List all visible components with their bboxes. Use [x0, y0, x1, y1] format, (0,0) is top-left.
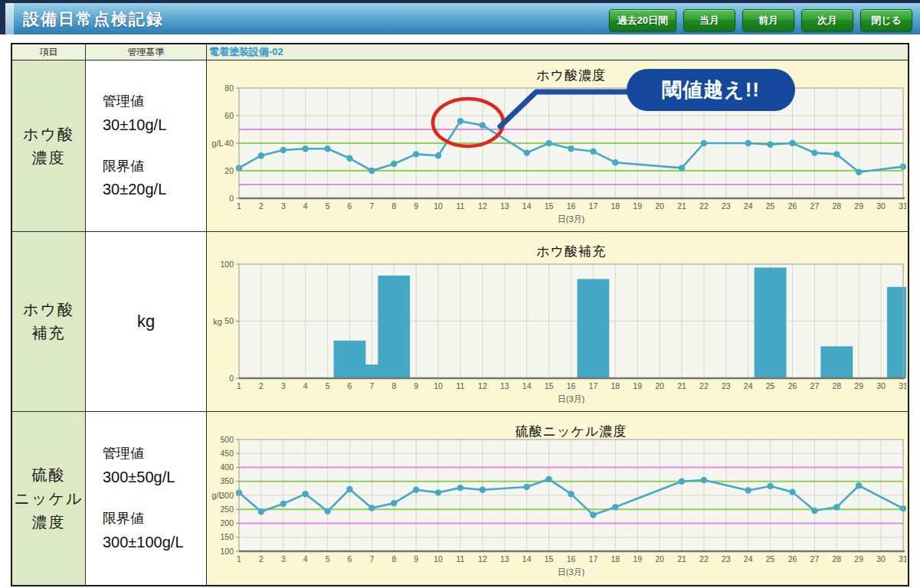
- svg-text:11: 11: [457, 554, 465, 564]
- header-button-group: 過去20日間 当月 前月 次月 閉じる: [609, 9, 912, 31]
- svg-text:1: 1: [237, 381, 241, 390]
- limit-value: 300±100g/L: [103, 530, 206, 554]
- svg-text:80: 80: [224, 83, 234, 93]
- svg-text:12: 12: [478, 201, 487, 211]
- svg-text:150: 150: [220, 532, 234, 541]
- svg-text:13: 13: [500, 381, 509, 390]
- svg-text:26: 26: [788, 554, 797, 564]
- header-light-strip: [5, 3, 14, 34]
- svg-text:2: 2: [259, 201, 264, 211]
- header-navy-edge: [0, 3, 5, 34]
- past-20-days-button[interactable]: 過去20日間: [609, 9, 676, 31]
- svg-text:0: 0: [229, 194, 234, 203]
- svg-text:29: 29: [854, 381, 863, 390]
- header-bar: 設備日常点検記録 過去20日間 当月 前月 次月 閉じる: [0, 0, 920, 34]
- svg-text:9: 9: [414, 381, 418, 390]
- svg-text:29: 29: [854, 201, 863, 211]
- svg-text:3: 3: [281, 201, 286, 211]
- chart-title: ホウ酸補充: [239, 243, 903, 260]
- svg-text:5: 5: [326, 554, 330, 564]
- svg-text:18: 18: [611, 554, 620, 564]
- svg-text:6: 6: [348, 554, 352, 564]
- svg-text:100: 100: [220, 547, 234, 556]
- control-value-group: 管理値 30±10g/L: [103, 90, 206, 137]
- svg-text:20: 20: [655, 381, 664, 390]
- svg-text:25: 25: [766, 201, 775, 211]
- item-cell-borate-concentration: ホウ酸 濃度: [12, 60, 86, 232]
- svg-text:7: 7: [369, 554, 374, 564]
- svg-text:4: 4: [303, 201, 308, 211]
- svg-text:17: 17: [589, 381, 598, 390]
- control-value: 300±50g/L: [103, 465, 206, 489]
- svg-text:20: 20: [655, 201, 664, 211]
- svg-text:26: 26: [788, 381, 797, 390]
- svg-text:13: 13: [500, 201, 509, 211]
- previous-month-button[interactable]: 前月: [742, 9, 794, 31]
- svg-text:31: 31: [899, 381, 906, 390]
- limit-value-group: 限界値 30±20g/L: [103, 155, 206, 202]
- svg-text:200: 200: [220, 518, 234, 528]
- column-header-standard: 管理基準: [86, 44, 207, 60]
- limit-value-group: 限界値 300±100g/L: [103, 508, 206, 554]
- svg-text:11: 11: [457, 381, 465, 390]
- svg-text:28: 28: [832, 554, 841, 564]
- svg-text:g/L: g/L: [211, 491, 223, 500]
- page-title: 設備日常点検記録: [23, 8, 164, 30]
- svg-text:12: 12: [478, 381, 487, 390]
- limit-value: 30±20g/L: [103, 177, 206, 201]
- svg-text:500: 500: [220, 435, 234, 444]
- control-value-label: 管理値: [103, 443, 206, 465]
- svg-text:21: 21: [677, 201, 686, 211]
- svg-text:16: 16: [567, 201, 576, 211]
- svg-text:3: 3: [281, 554, 286, 564]
- item-label-line: ホウ酸: [23, 122, 74, 146]
- column-header-item: 項目: [12, 44, 86, 60]
- svg-text:日(3月): 日(3月): [558, 394, 584, 403]
- svg-text:250: 250: [220, 505, 234, 514]
- svg-text:22: 22: [699, 381, 709, 390]
- svg-text:16: 16: [567, 554, 576, 564]
- svg-text:18: 18: [611, 201, 620, 211]
- svg-text:5: 5: [326, 381, 330, 390]
- svg-text:21: 21: [677, 381, 686, 390]
- svg-text:11: 11: [457, 201, 465, 211]
- svg-text:g/L: g/L: [211, 139, 223, 148]
- standard-cell-borate-concentration: 管理値 30±10g/L 限界値 30±20g/L: [86, 60, 207, 232]
- svg-text:25: 25: [766, 381, 775, 390]
- svg-text:20: 20: [224, 166, 234, 175]
- svg-text:日(3月): 日(3月): [558, 567, 584, 577]
- svg-text:27: 27: [810, 201, 820, 211]
- chart-panel-borate-replenishment: 0501001234567891011121314151617181920212…: [207, 232, 908, 412]
- svg-text:7: 7: [369, 381, 374, 390]
- svg-text:22: 22: [699, 201, 709, 211]
- item-label-line: 硫酸: [32, 463, 66, 487]
- item-label-line: 補充: [32, 322, 66, 345]
- svg-text:50: 50: [224, 316, 234, 325]
- svg-text:22: 22: [699, 554, 709, 564]
- svg-text:2: 2: [259, 381, 264, 390]
- svg-text:19: 19: [633, 554, 642, 564]
- current-month-button[interactable]: 当月: [683, 9, 735, 31]
- svg-text:9: 9: [414, 201, 418, 211]
- control-value-label: 管理値: [103, 90, 206, 113]
- svg-text:8: 8: [391, 201, 396, 211]
- close-button[interactable]: 閉じる: [860, 9, 912, 31]
- svg-text:15: 15: [545, 554, 554, 564]
- item-label-line: ニッケル: [15, 487, 83, 511]
- svg-text:31: 31: [899, 201, 906, 211]
- svg-text:kg: kg: [213, 317, 222, 326]
- svg-text:3: 3: [281, 381, 286, 390]
- svg-text:30: 30: [876, 381, 886, 390]
- svg-text:60: 60: [224, 111, 234, 120]
- svg-text:28: 28: [832, 381, 841, 390]
- chart-title: 硫酸ニッケル濃度: [239, 423, 903, 440]
- svg-text:8: 8: [391, 381, 396, 390]
- next-month-button[interactable]: 次月: [801, 9, 853, 31]
- svg-text:9: 9: [414, 554, 418, 564]
- borate-concentration-chart: 0204060801234567891011121314151617181920…: [207, 60, 906, 230]
- item-label-line: ホウ酸: [23, 298, 74, 322]
- svg-text:30: 30: [876, 201, 886, 211]
- svg-text:24: 24: [744, 381, 753, 390]
- svg-text:100: 100: [220, 260, 234, 269]
- equipment-tab[interactable]: 電着塗装設備-02: [207, 44, 908, 60]
